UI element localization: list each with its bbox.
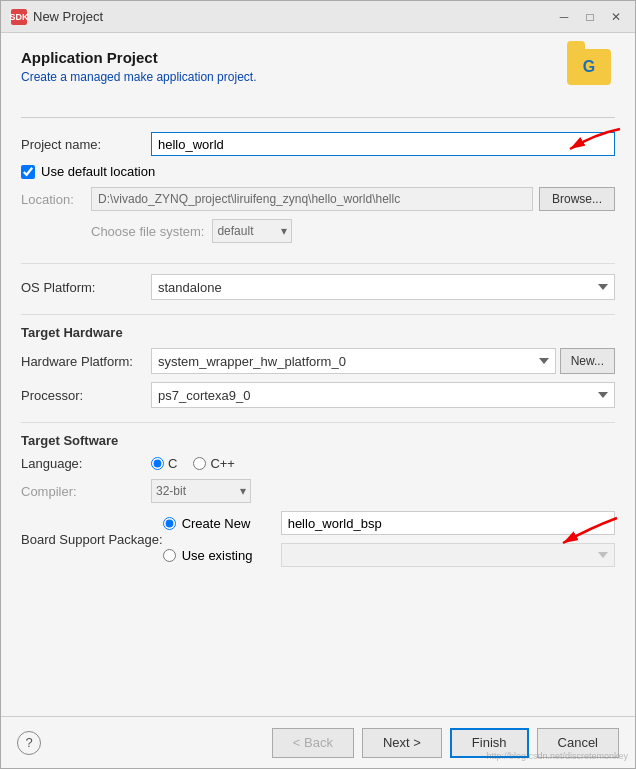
header-folder-icon: G [567, 49, 615, 93]
filesystem-label: Choose file system: [91, 224, 204, 239]
dialog-content: Application Project Create a managed mak… [1, 33, 635, 716]
new-platform-button[interactable]: New... [560, 348, 615, 374]
footer-buttons: < Back Next > Finish Cancel [272, 728, 619, 758]
page-title: Application Project [21, 49, 256, 66]
os-divider [21, 263, 615, 264]
language-row: Language: C C++ [21, 456, 615, 471]
create-new-label: Create New [182, 516, 251, 531]
compiler-select[interactable]: 32-bit ▾ [151, 479, 251, 503]
bsp-existing-select[interactable] [281, 543, 615, 567]
footer-left: ? [17, 731, 41, 755]
titlebar: SDK New Project ─ □ ✕ [1, 1, 635, 33]
filesystem-row: Choose file system: default ▾ [21, 219, 615, 243]
bsp-options: Create New Use existing [163, 511, 615, 567]
use-default-location-checkbox[interactable] [21, 165, 35, 179]
dialog-window: SDK New Project ─ □ ✕ Application Projec… [0, 0, 636, 769]
help-button[interactable]: ? [17, 731, 41, 755]
sw-divider [21, 422, 615, 423]
location-input [91, 187, 533, 211]
close-button[interactable]: ✕ [607, 8, 625, 26]
use-existing-label: Use existing [182, 548, 253, 563]
next-button[interactable]: Next > [362, 728, 442, 758]
language-label: Language: [21, 456, 151, 471]
compiler-row: Compiler: 32-bit ▾ [21, 479, 615, 503]
window-title: New Project [33, 9, 103, 24]
folder-letter: G [583, 58, 595, 76]
language-c-radio[interactable] [151, 457, 164, 470]
target-software-title: Target Software [21, 433, 615, 448]
page-subtitle: Create a managed make application projec… [21, 70, 256, 84]
use-existing-radio[interactable] [163, 549, 176, 562]
language-radio-group: C C++ [151, 456, 235, 471]
titlebar-left: SDK New Project [11, 9, 103, 25]
titlebar-controls: ─ □ ✕ [555, 8, 625, 26]
project-name-label: Project name: [21, 137, 151, 152]
dialog-footer: ? < Back Next > Finish Cancel [1, 716, 635, 768]
project-name-input[interactable] [151, 132, 615, 156]
hw-platform-row: Hardware Platform: system_wrapper_hw_pla… [21, 348, 615, 374]
page-header: Application Project Create a managed mak… [21, 49, 615, 93]
os-platform-select[interactable]: standalone [151, 274, 615, 300]
header-divider [21, 117, 615, 118]
project-name-row: Project name: [21, 132, 615, 156]
bsp-name-input[interactable] [281, 511, 615, 535]
compiler-chevron-icon: ▾ [240, 484, 246, 498]
language-cpp-radio[interactable] [193, 457, 206, 470]
use-default-location-label: Use default location [41, 164, 155, 179]
hw-platform-select[interactable]: system_wrapper_hw_platform_0 [151, 348, 556, 374]
minimize-button[interactable]: ─ [555, 8, 573, 26]
hw-platform-controls: system_wrapper_hw_platform_0 New... [151, 348, 615, 374]
language-cpp-option[interactable]: C++ [193, 456, 235, 471]
hw-platform-label: Hardware Platform: [21, 354, 151, 369]
language-cpp-label: C++ [210, 456, 235, 471]
cancel-button[interactable]: Cancel [537, 728, 619, 758]
compiler-label: Compiler: [21, 484, 151, 499]
bsp-label: Board Support Package: [21, 532, 163, 547]
location-label: Location: [21, 192, 91, 207]
os-platform-row: OS Platform: standalone [21, 274, 615, 300]
chevron-down-icon: ▾ [281, 224, 287, 238]
processor-select[interactable]: ps7_cortexa9_0 [151, 382, 615, 408]
back-button[interactable]: < Back [272, 728, 354, 758]
create-new-option[interactable]: Create New [163, 516, 273, 531]
location-row: Location: Browse... [21, 187, 615, 211]
use-existing-option[interactable]: Use existing [163, 548, 273, 563]
maximize-button[interactable]: □ [581, 8, 599, 26]
os-platform-label: OS Platform: [21, 280, 151, 295]
page-header-text: Application Project Create a managed mak… [21, 49, 256, 84]
processor-row: Processor: ps7_cortexa9_0 [21, 382, 615, 408]
create-new-radio[interactable] [163, 517, 176, 530]
bsp-use-existing-row: Use existing [163, 543, 615, 567]
filesystem-select[interactable]: default ▾ [212, 219, 292, 243]
language-c-label: C [168, 456, 177, 471]
hw-divider [21, 314, 615, 315]
app-icon: SDK [11, 9, 27, 25]
use-default-location-row: Use default location [21, 164, 615, 179]
target-hardware-title: Target Hardware [21, 325, 615, 340]
bsp-create-new-row: Create New [163, 511, 615, 535]
finish-button[interactable]: Finish [450, 728, 529, 758]
processor-label: Processor: [21, 388, 151, 403]
browse-button[interactable]: Browse... [539, 187, 615, 211]
language-c-option[interactable]: C [151, 456, 177, 471]
bsp-row: Board Support Package: Create New Use ex… [21, 511, 615, 567]
folder-shape: G [567, 49, 611, 85]
